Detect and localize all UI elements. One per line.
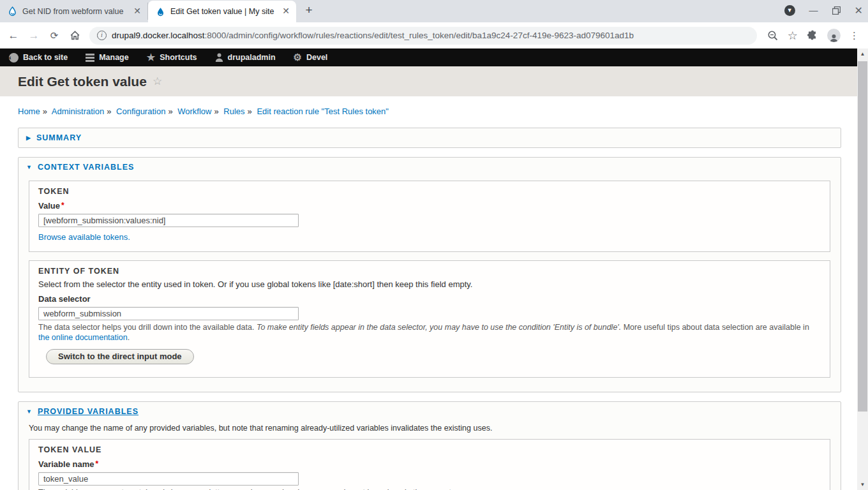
devel-menu[interactable]: ⚙ Devel: [285, 48, 337, 66]
manage-menu[interactable]: Manage: [77, 48, 138, 66]
token-value-fieldset: TOKEN VALUE Variable name* The variable …: [29, 439, 830, 490]
browser-tab-inactive[interactable]: Get NID from webform value ✕: [0, 3, 148, 20]
entity-of-token-fieldset: ENTITY OF TOKEN Select from the selector…: [29, 260, 830, 378]
browser-navbar: ← → ⟳ i drupal9.docker.localhost:8000/ad…: [0, 22, 868, 48]
breadcrumb-administration[interactable]: Administration: [52, 107, 104, 116]
token-fieldset: TOKEN Value* Browse available tokens.: [29, 181, 830, 252]
required-asterisk: *: [61, 201, 64, 210]
url-text: drupal9.docker.localhost:8000/admin/conf…: [112, 31, 634, 40]
gear-icon: ⚙: [294, 52, 302, 63]
context-variables-section: ▼ CONTEXT VARIABLES TOKEN Value* Browse …: [18, 157, 841, 392]
drupal-admin-toolbar: ‹ Back to site Manage ★ Shortcuts drupal…: [0, 48, 857, 66]
breadcrumb-reaction-rule[interactable]: Edit reaction rule "Test Rules token": [257, 107, 389, 116]
page-viewport: ‹ Back to site Manage ★ Shortcuts drupal…: [0, 48, 857, 490]
window-close-button[interactable]: ✕: [855, 4, 863, 17]
token-value-input[interactable]: [38, 214, 299, 227]
breadcrumb-workflow[interactable]: Workflow: [177, 107, 211, 116]
breadcrumb: Home» Administration» Configuration» Wor…: [18, 107, 841, 116]
url-bar[interactable]: i drupal9.docker.localhost:8000/admin/co…: [89, 27, 757, 45]
zoom-icon[interactable]: [767, 30, 779, 41]
provided-variables-description: You may change the name of any provided …: [29, 424, 830, 433]
token-legend: TOKEN: [38, 187, 821, 196]
entity-of-token-legend: ENTITY OF TOKEN: [38, 267, 821, 276]
data-selector-label: Data selector: [38, 294, 821, 304]
summary-toggle[interactable]: ▶ SUMMARY: [19, 128, 841, 147]
star-icon: ★: [147, 52, 155, 63]
provided-variables-section: ▼ PROVIDED VARIABLES You may change the …: [18, 401, 841, 490]
breadcrumb-home[interactable]: Home: [18, 107, 40, 116]
breadcrumb-configuration[interactable]: Configuration: [116, 107, 165, 116]
page-scrollbar[interactable]: ▲ ▼: [857, 48, 868, 490]
breadcrumb-rules[interactable]: Rules: [223, 107, 244, 116]
back-to-site-icon: ‹: [9, 53, 19, 63]
favorite-star-icon[interactable]: ☆: [153, 75, 162, 88]
window-minimize-button[interactable]: —: [809, 5, 818, 15]
required-asterisk: *: [95, 459, 98, 468]
user-menu[interactable]: drupaladmin: [206, 48, 285, 66]
browse-tokens-link[interactable]: Browse available tokens.: [38, 232, 130, 242]
data-selector-help: The data selector helps you drill down i…: [38, 323, 821, 343]
new-tab-button[interactable]: +: [300, 2, 318, 20]
tab-title: Edit Get token value | My site: [170, 7, 276, 16]
variable-name-input[interactable]: [38, 472, 299, 486]
scroll-down-icon[interactable]: ▼: [857, 479, 868, 490]
drupal-favicon: [8, 6, 17, 16]
browser-tabstrip: Get NID from webform value ✕ Edit Get to…: [0, 0, 868, 22]
browser-extension-badge-icon[interactable]: ▼: [784, 5, 795, 16]
user-icon: [215, 53, 223, 62]
shortcuts-menu[interactable]: ★ Shortcuts: [138, 48, 206, 66]
collapsed-triangle-icon: ▶: [26, 135, 31, 141]
value-label: Value*: [38, 201, 821, 211]
page-title: Edit Get token value: [18, 74, 147, 89]
back-icon[interactable]: ←: [5, 27, 22, 44]
context-variables-toggle[interactable]: ▼ CONTEXT VARIABLES: [19, 158, 841, 177]
drupal-favicon: [156, 7, 165, 17]
forward-icon[interactable]: →: [26, 27, 42, 44]
tab-title: Get NID from webform value: [22, 7, 127, 16]
back-to-site-link[interactable]: ‹ Back to site: [0, 48, 77, 66]
token-value-legend: TOKEN VALUE: [38, 445, 821, 454]
switch-direct-input-button[interactable]: Switch to the direct input mode: [46, 349, 194, 364]
expanded-triangle-icon: ▼: [26, 164, 33, 170]
browser-tab-active[interactable]: Edit Get token value | My site ✕: [148, 1, 296, 22]
scroll-up-icon[interactable]: ▲: [857, 48, 868, 59]
profile-avatar[interactable]: [827, 29, 841, 42]
window-restore-button[interactable]: [832, 6, 841, 15]
scrollbar-thumb[interactable]: [858, 61, 867, 412]
home-icon[interactable]: [66, 27, 83, 44]
data-selector-input[interactable]: [38, 307, 299, 320]
browser-menu-icon[interactable]: ⋮: [849, 30, 859, 41]
tab-close-icon[interactable]: ✕: [132, 6, 142, 17]
extensions-puzzle-icon[interactable]: [807, 30, 818, 41]
expanded-triangle-icon: ▼: [26, 408, 33, 415]
summary-section: ▶ SUMMARY: [18, 128, 841, 148]
hamburger-icon: [86, 54, 94, 62]
page-header: Edit Get token value ☆: [0, 66, 857, 96]
reload-icon[interactable]: ⟳: [46, 27, 63, 44]
tab-close-icon[interactable]: ✕: [281, 6, 291, 17]
online-documentation-link[interactable]: the online documentation: [38, 333, 128, 342]
variable-name-label: Variable name*: [38, 459, 821, 469]
site-info-icon[interactable]: i: [97, 31, 107, 40]
bookmark-star-icon[interactable]: ☆: [788, 29, 798, 43]
entity-of-token-description: Select from the selector the entity used…: [38, 279, 821, 289]
provided-variables-toggle[interactable]: ▼ PROVIDED VARIABLES: [19, 402, 841, 421]
